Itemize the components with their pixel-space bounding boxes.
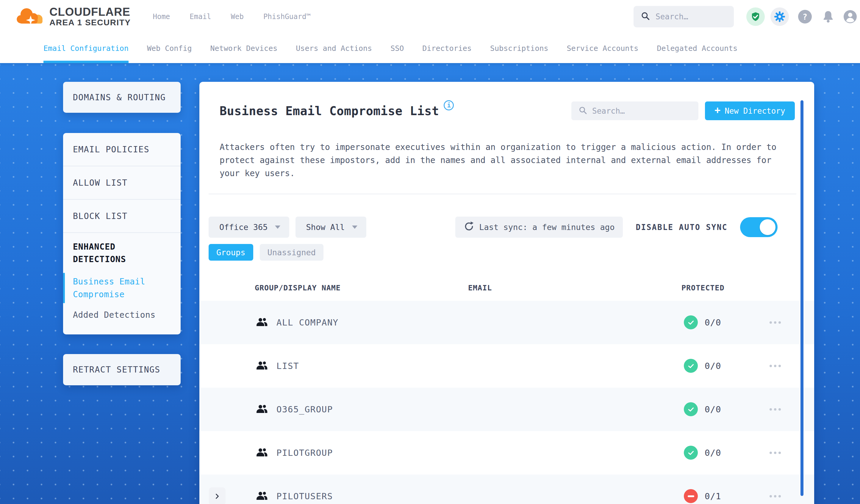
retract-settings-label: RETRACT SETTINGS	[73, 365, 160, 375]
tab-email-configuration[interactable]: Email Configuration	[43, 33, 129, 63]
settings-tabs: Email Configuration Web Config Network D…	[0, 33, 860, 63]
auto-sync-toggle[interactable]	[740, 217, 777, 237]
nav-home[interactable]: Home	[153, 13, 170, 21]
notifications-bell-icon[interactable]	[822, 10, 834, 23]
sidebar-item-added-detections[interactable]: Added Detections	[63, 308, 181, 334]
tab-sso[interactable]: SSO	[390, 33, 404, 63]
protected-count: 0/1	[705, 491, 721, 501]
show-filter-value: Show All	[306, 222, 345, 232]
global-search[interactable]	[633, 6, 734, 27]
sidebar-item-allow-list[interactable]: ALLOW LIST	[63, 166, 181, 199]
directory-search-input[interactable]	[592, 106, 691, 115]
sidebar-item-retract-settings[interactable]: RETRACT SETTINGS	[63, 354, 181, 385]
unassigned-tab[interactable]: Unassigned	[260, 244, 324, 261]
protected-status-badge	[684, 446, 698, 460]
filter-row: Office 365 Show All Last sync: a few min…	[209, 217, 814, 238]
row-actions-menu[interactable]	[770, 495, 781, 498]
groups-table: ALL COMPANY 0/0 LIST 0/0	[199, 301, 814, 504]
chevron-right-icon	[213, 492, 221, 501]
check-icon	[687, 362, 695, 370]
table-row[interactable]: LIST 0/0	[199, 344, 814, 388]
tab-directories[interactable]: Directories	[422, 33, 472, 63]
row-actions-menu[interactable]	[770, 408, 781, 411]
primary-nav: Home Email Web PhishGuard™	[153, 13, 311, 21]
page-description: Attackers often try to impersonate execu…	[220, 141, 795, 180]
business-email-compromise-label: Business Email Compromise	[73, 277, 145, 299]
tab-subscriptions[interactable]: Subscriptions	[490, 33, 548, 63]
cloudflare-logo[interactable]: CLOUDFLARE AREA 1 SECURITY	[15, 6, 131, 28]
chevron-down-icon	[275, 226, 280, 229]
protected-status-badge	[684, 315, 698, 329]
tab-network-devices[interactable]: Network Devices	[210, 33, 278, 63]
row-actions-menu[interactable]	[770, 365, 781, 367]
sidebar-policies-card: EMAIL POLICIES ALLOW LIST BLOCK LIST ENH…	[63, 133, 181, 334]
group-icon	[256, 490, 268, 503]
table-header: GROUP/DISPLAY NAME EMAIL PROTECTED	[199, 284, 814, 296]
domains-routing-label: DOMAINS & ROUTING	[73, 92, 166, 102]
area1-security-app: CLOUDFLARE AREA 1 SECURITY Home Email We…	[0, 0, 860, 504]
directory-source-value: Office 365	[219, 222, 268, 232]
tab-users-and-actions[interactable]: Users and Actions	[296, 33, 372, 63]
expand-row-button[interactable]	[209, 487, 226, 504]
row-actions-menu[interactable]	[770, 321, 781, 324]
sidebar-item-email-policies[interactable]: EMAIL POLICIES	[63, 133, 181, 166]
check-icon	[687, 449, 695, 457]
nav-email[interactable]: Email	[189, 13, 211, 21]
groups-tab[interactable]: Groups	[209, 244, 253, 261]
header-actions: ?	[633, 6, 860, 27]
chevron-down-icon	[352, 226, 357, 229]
row-actions-menu[interactable]	[770, 452, 781, 454]
settings-gear-icon[interactable]	[771, 8, 789, 26]
help-icon[interactable]: ?	[798, 10, 812, 24]
protected-status-badge	[684, 359, 698, 373]
protected-count: 0/0	[705, 317, 721, 328]
settings-sidebar: DOMAINS & ROUTING EMAIL POLICIES ALLOW L…	[63, 82, 181, 385]
nav-web[interactable]: Web	[231, 13, 244, 21]
toggle-knob	[760, 219, 775, 235]
scrollbar[interactable]	[801, 100, 803, 496]
view-toggle: Groups Unassigned	[209, 244, 814, 261]
group-name: PILOTUSERS	[276, 491, 333, 501]
sidebar-item-enhanced-detections[interactable]: ENHANCED DETECTIONS	[63, 233, 146, 266]
tab-web-config[interactable]: Web Config	[147, 33, 192, 63]
directory-source-select[interactable]: Office 365	[209, 217, 289, 238]
security-shield-icon[interactable]	[746, 8, 765, 26]
tab-delegated-accounts[interactable]: Delegated Accounts	[657, 33, 737, 63]
sidebar-item-block-list[interactable]: BLOCK LIST	[63, 200, 181, 232]
sidebar-item-domains-routing[interactable]: DOMAINS & ROUTING	[63, 82, 181, 113]
directory-search[interactable]	[571, 101, 699, 120]
group-icon	[256, 360, 268, 373]
content-area: DOMAINS & ROUTING EMAIL POLICIES ALLOW L…	[0, 63, 860, 504]
search-icon	[578, 106, 587, 116]
group-icon	[256, 447, 268, 460]
info-icon[interactable]: i	[444, 100, 454, 110]
protected-count: 0/0	[705, 448, 721, 458]
plus-icon: +	[715, 104, 720, 116]
new-directory-button[interactable]: + New Directory	[705, 101, 795, 120]
protected-count: 0/0	[705, 404, 721, 415]
user-account-icon[interactable]	[843, 10, 857, 24]
last-sync-text: Last sync: a few minutes ago	[479, 222, 615, 232]
group-icon	[256, 316, 268, 329]
protected-status-badge	[684, 489, 698, 503]
last-sync-button[interactable]: Last sync: a few minutes ago	[455, 217, 623, 238]
new-directory-label: New Directory	[725, 106, 785, 115]
active-item-indicator	[63, 273, 65, 303]
tab-service-accounts[interactable]: Service Accounts	[567, 33, 639, 63]
group-name: LIST	[276, 361, 299, 371]
auto-sync-label: DISABLE AUTO SYNC	[636, 223, 728, 232]
check-icon	[687, 405, 695, 413]
table-row[interactable]: ALL COMPANY 0/0	[199, 301, 814, 344]
group-name: PILOTGROUP	[276, 448, 333, 458]
protected-count: 0/0	[705, 361, 721, 371]
group-name: O365_GROUP	[276, 404, 333, 415]
table-row[interactable]: O365_GROUP 0/0	[199, 388, 814, 431]
show-filter-select[interactable]: Show All	[296, 217, 366, 238]
table-row[interactable]: PILOTUSERS 0/1	[199, 475, 814, 504]
nav-phishguard[interactable]: PhishGuard™	[263, 13, 311, 21]
table-row[interactable]: PILOTGROUP 0/0	[199, 431, 814, 475]
sidebar-item-business-email-compromise[interactable]: Business Email Compromise	[63, 275, 181, 301]
global-search-input[interactable]	[656, 12, 727, 21]
group-icon	[256, 403, 268, 416]
check-icon	[687, 319, 695, 326]
